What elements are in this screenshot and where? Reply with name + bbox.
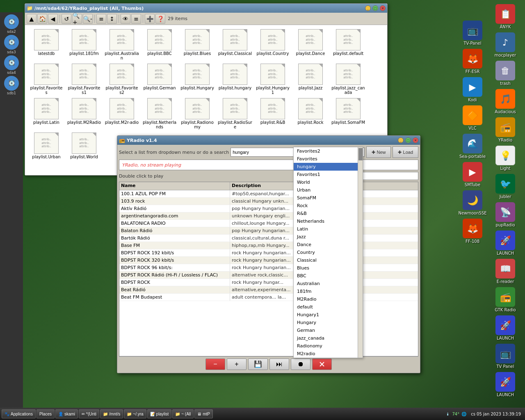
file-item[interactable]: attrib.. attrib.. attrib.. playlist.Jazz xyxy=(292,63,329,96)
dropdown-item[interactable]: 181fm xyxy=(294,288,363,295)
table-row[interactable]: Aktív Rádió pop Hungary hungarian... xyxy=(119,205,418,212)
desktop-icon-trash[interactable]: 🗑 trash xyxy=(490,61,521,86)
load-button[interactable]: ✚ Load xyxy=(393,146,418,158)
yradio-maximize-btn[interactable]: □ xyxy=(405,137,411,143)
dropdown-item[interactable]: Blues xyxy=(294,264,363,272)
task-mtp[interactable]: 🖥 mtP xyxy=(194,409,213,418)
dropdown-item[interactable]: BBC xyxy=(294,272,363,280)
file-item[interactable]: attrib.. attrib.. attrib.. playlist.defa… xyxy=(330,28,366,61)
file-item[interactable]: attrib.. attrib.. attrib.. playlist.R&B xyxy=(255,97,291,130)
dropdown-item[interactable]: Favorites1 xyxy=(294,171,363,178)
dropdown-item[interactable]: Australian xyxy=(294,280,363,288)
dropdown-item[interactable]: Hungary1 xyxy=(294,311,363,319)
desktop-icon-sea[interactable]: 🌊 Sea-portable xyxy=(457,134,488,159)
desktop-icon-mocplayer[interactable]: ♪ mocplayer xyxy=(490,32,521,57)
table-row[interactable]: Beat FM Budapest adult contempora... la.… xyxy=(119,294,418,301)
task-yra[interactable]: 📁 ~/.yra xyxy=(124,409,146,418)
toolbar-reload-btn[interactable]: ↺ xyxy=(62,14,71,24)
record-btn[interactable]: ⏺ xyxy=(291,358,310,370)
file-item[interactable]: attrib.. attrib.. attrib.. playlist.Worl… xyxy=(66,132,102,160)
task-skami[interactable]: 👤 skami xyxy=(55,409,78,418)
task-all[interactable]: 📁 ~ (All xyxy=(172,409,194,418)
desktop-icon-launch1[interactable]: 🚀 LAUNCH xyxy=(490,231,521,256)
close-button[interactable]: ✕ xyxy=(380,5,386,11)
file-item[interactable]: attrib.. attrib.. attrib.. playlist.Aust… xyxy=(104,28,140,61)
file-item[interactable]: attrib.. attrib.. attrib.. playlist.Rock xyxy=(292,97,329,130)
file-item[interactable]: attrib.. attrib.. attrib.. playlist.Hung… xyxy=(179,63,215,96)
desktop-icon-pupradio[interactable]: 📡 pupRadio xyxy=(490,202,521,227)
scrollbar-thumb[interactable] xyxy=(358,148,363,160)
file-item[interactable]: attrib.. attrib.. attrib.. playlist.Lati… xyxy=(28,97,64,130)
applications-menu[interactable]: 🐾 Applications xyxy=(2,409,36,418)
dropdown-item[interactable]: Netherlands xyxy=(294,217,363,225)
file-item[interactable]: attrib.. attrib.. attrib.. playlist.BBC xyxy=(142,28,178,61)
yradio-close-btn[interactable]: ✕ xyxy=(413,137,418,143)
table-row[interactable]: BDPST ROCK 192 kbit/s rock Hungary hunga… xyxy=(119,249,418,257)
dropdown-item[interactable]: jazz_canada xyxy=(294,334,363,342)
file-item[interactable]: attrib.. attrib.. attrib.. playlist.jazz… xyxy=(330,63,366,96)
file-item[interactable]: attrib.. attrib.. attrib.. playlist.181f… xyxy=(66,28,102,61)
dropdown-selected-item[interactable]: hungary xyxy=(294,163,363,171)
task-playlist[interactable]: 📝 playlist xyxy=(147,409,172,418)
desktop-icon-jubler[interactable]: 🐦 Jubler xyxy=(490,174,521,199)
file-item[interactable]: attrib.. attrib.. attrib.. playlist.Clas… xyxy=(217,28,253,61)
file-item[interactable]: attrib.. attrib.. attrib.. playlist.Favo… xyxy=(104,63,140,96)
toolbar-view-btn[interactable]: 👁 xyxy=(121,14,130,24)
file-item[interactable]: attrib.. attrib.. attrib.. playlist.Neth… xyxy=(142,97,178,130)
dropdown-item[interactable]: default xyxy=(294,303,363,311)
file-item[interactable]: attrib.. attrib.. attrib.. playlist.Danc… xyxy=(292,28,329,61)
sidebar-item-sda3[interactable]: 💽 sda3 xyxy=(2,34,21,54)
minimize-button[interactable]: _ xyxy=(365,5,371,11)
table-row[interactable]: Base FM hiphop,rap,rnb Hungary... xyxy=(119,242,418,249)
desktop-icon-gtkradio[interactable]: 📻 GTK Radio xyxy=(490,287,521,312)
file-item[interactable]: attrib.. attrib.. attrib.. playlist.Radi… xyxy=(217,97,253,130)
table-row[interactable]: 100.1 AZUL POP FM #top50,espanol,hungar.… xyxy=(119,190,418,198)
toolbar-up-btn[interactable]: ▲ xyxy=(27,14,37,24)
desktop-icon-ffesr[interactable]: 🦊 FF-ESR xyxy=(457,49,488,74)
new-button[interactable]: ✚ New xyxy=(366,146,391,158)
table-row[interactable]: Beat Rádió alternative,experimenta... xyxy=(119,286,418,294)
table-row[interactable]: BALATONICA RADIO chillout,lounge Hungary… xyxy=(119,220,418,227)
toolbar-prev-btn[interactable]: ◀ xyxy=(48,14,58,24)
table-row[interactable]: BDPST ROCK Rádió (Hi-Fi / Lossless / FLA… xyxy=(119,272,418,279)
dropdown-item[interactable]: Dance xyxy=(294,241,363,249)
add-btn[interactable]: + xyxy=(227,358,247,370)
desktop-icon-newmoon[interactable]: 🌙 NewmoonSSE xyxy=(457,190,488,215)
file-item[interactable]: attrib.. attrib.. attrib.. playlist.Radi… xyxy=(179,97,215,130)
desktop-icon-kodi[interactable]: ▶ Kodi xyxy=(457,77,488,102)
table-row[interactable]: Bartók Rádió classical,cultural,duna r..… xyxy=(119,235,418,242)
dropdown-item[interactable]: SomaFM xyxy=(294,194,363,202)
toolbar-help-btn[interactable]: ❓ xyxy=(155,14,165,24)
maximize-button[interactable]: □ xyxy=(372,5,378,11)
table-row[interactable]: argentinetangoradio.com unknown Hungary … xyxy=(119,212,418,220)
desktop-icon-launch2[interactable]: 🚀 LAUNCH xyxy=(490,315,521,340)
dropdown-item[interactable]: M2Radio xyxy=(294,295,363,303)
table-row[interactable]: BDPST ROCK 96 kbit/s: rock Hungary hunga… xyxy=(119,264,418,272)
desktop-icon-vlc[interactable]: 🔶 VLC xyxy=(457,105,488,130)
skip-btn[interactable]: ⏭ xyxy=(269,358,289,370)
table-row[interactable]: BDPST ROCK 320 kbit/s rock Hungary hunga… xyxy=(119,257,418,264)
dropdown-item[interactable]: M2radio xyxy=(294,350,363,358)
desktop-icon-ereader[interactable]: 📖 E-reader xyxy=(490,259,521,284)
toolbar-zoomin-btn[interactable]: 🔍+ xyxy=(72,14,82,24)
desktop-icon-launch3[interactable]: 🚀 LAUNCH xyxy=(490,372,521,397)
dropdown-item[interactable]: Favorites2 xyxy=(294,147,363,155)
file-item[interactable]: attrib.. attrib.. attrib.. playlist.Soma… xyxy=(330,97,366,130)
dropdown-item[interactable]: Classical xyxy=(294,256,363,264)
task-mnt[interactable]: 📁 /mnt/s xyxy=(100,409,123,418)
places-menu[interactable]: Places xyxy=(37,409,55,418)
sidebar-item-sda4[interactable]: 💽 sda4 xyxy=(2,55,21,75)
sidebar-item-sda2[interactable]: 💽 sda2 xyxy=(2,14,21,34)
dropdown-item[interactable]: Favorites xyxy=(294,155,363,163)
file-item[interactable]: attrib.. attrib.. attrib.. playlist.Urba… xyxy=(28,132,64,160)
file-item[interactable]: attrib.. attrib.. attrib.. playlist.Favo… xyxy=(66,63,102,96)
table-row[interactable]: BDPST ROCK rock Hungary hungar... xyxy=(119,279,418,286)
desktop-icon-audacious[interactable]: 🎵 Audacious xyxy=(490,89,521,114)
dropdown-item[interactable]: Jazz xyxy=(294,233,363,241)
task-unti[interactable]: ✏ *(Unti xyxy=(79,409,99,418)
dropdown-scrollbar[interactable] xyxy=(358,147,363,358)
save-btn[interactable]: 💾 xyxy=(248,358,268,370)
close-footer-btn[interactable] xyxy=(312,358,332,370)
dropdown-item[interactable]: Hungary xyxy=(294,319,363,326)
desktop-icon-ff108[interactable]: 🦊 FF-108 xyxy=(457,219,488,244)
